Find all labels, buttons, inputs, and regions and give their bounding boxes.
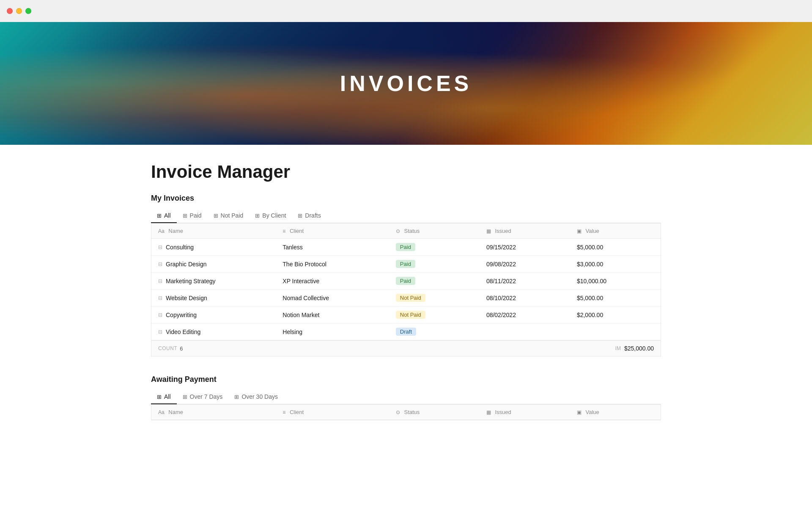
cell-value-2: $10,000.00 [570, 273, 661, 290]
col-value: ▣ Value [570, 224, 661, 239]
col-status: ⊙ Status [389, 224, 480, 239]
count-label: COUNT [158, 345, 177, 351]
cell-issued-3: 08/10/2022 [480, 290, 570, 306]
cell-value-5 [570, 323, 661, 340]
cell-client-3: Nomad Collective [276, 290, 389, 306]
row-icon-0: ⊟ [158, 244, 162, 250]
awaiting-tab-all[interactable]: ⊞ All [151, 390, 177, 404]
status-badge-3: Not Paid [396, 294, 425, 302]
row-icon-4: ⊟ [158, 312, 162, 318]
main-content: Invoice Manager My Invoices ⊞ All ⊞ Paid… [0, 145, 812, 437]
row-icon-1: ⊟ [158, 261, 162, 267]
tab-paid[interactable]: ⊞ Paid [177, 209, 208, 223]
cell-value-1: $3,000.00 [570, 256, 661, 273]
col-status-icon: ⊙ [396, 228, 400, 234]
my-invoices-section-title: My Invoices [151, 194, 661, 203]
table-row[interactable]: ⊟ Consulting Tanless Paid 09/15/2022 $5,… [151, 239, 661, 256]
cell-value-4: $2,000.00 [570, 306, 661, 323]
cell-client-4: Notion Market [276, 306, 389, 323]
maximize-button[interactable] [25, 8, 31, 14]
col-value-icon: ▣ [577, 228, 582, 234]
awaiting-col-status-icon: ⊙ [396, 409, 400, 415]
count-value: 6 [180, 345, 183, 352]
cell-status-4: Not Paid [389, 306, 480, 323]
status-badge-5: Draft [396, 328, 416, 336]
awaiting-tab-over7[interactable]: ⊞ Over 7 Days [177, 390, 229, 404]
close-button[interactable] [7, 8, 13, 14]
tab-drafts-icon: ⊞ [298, 213, 302, 219]
awaiting-col-name-icon: Aa [158, 409, 165, 415]
tab-by-client[interactable]: ⊞ By Client [249, 209, 292, 223]
cell-client-5: Helsing [276, 323, 389, 340]
table-row[interactable]: ⊟ Graphic Design The Bio Protocol Paid 0… [151, 256, 661, 273]
cell-status-3: Not Paid [389, 290, 480, 306]
tab-all-icon: ⊞ [157, 213, 162, 219]
awaiting-col-status: ⊙ Status [389, 405, 480, 420]
awaiting-tab-all-icon: ⊞ [157, 394, 162, 400]
awaiting-payment-section: Awaiting Payment ⊞ All ⊞ Over 7 Days ⊞ O… [151, 375, 661, 420]
awaiting-col-issued-icon: ▦ [486, 409, 491, 415]
cell-client-2: XP Interactive [276, 273, 389, 290]
col-client-icon: ≡ [283, 228, 285, 234]
cell-issued-0: 09/15/2022 [480, 239, 570, 256]
awaiting-col-client: ≡ Client [276, 405, 389, 420]
awaiting-header-row: Aa Name ≡ Client ⊙ Status ▦ [151, 405, 661, 420]
tab-drafts[interactable]: ⊞ Drafts [292, 209, 326, 223]
status-badge-2: Paid [396, 277, 415, 285]
col-name-icon: Aa [158, 228, 165, 234]
hero-banner: INVOICES [0, 22, 812, 145]
cell-name-1: ⊟ Graphic Design [151, 256, 276, 273]
table-footer: COUNT 6 IM $25,000.00 [151, 340, 661, 356]
row-icon-5: ⊟ [158, 329, 162, 335]
tab-not-paid-icon: ⊞ [214, 213, 218, 219]
tab-all[interactable]: ⊞ All [151, 209, 177, 223]
table-row[interactable]: ⊟ Marketing Strategy XP Interactive Paid… [151, 273, 661, 290]
awaiting-payment-title: Awaiting Payment [151, 375, 661, 384]
awaiting-col-issued: ▦ Issued [480, 405, 570, 420]
col-issued-icon: ▦ [486, 228, 491, 234]
cell-value-3: $5,000.00 [570, 290, 661, 306]
cell-issued-4: 08/02/2022 [480, 306, 570, 323]
tab-by-client-icon: ⊞ [255, 213, 260, 219]
awaiting-col-value-icon: ▣ [577, 409, 582, 415]
status-badge-1: Paid [396, 260, 415, 268]
invoices-table: Aa Name ≡ Client ⊙ Status ▦ [151, 223, 661, 356]
cell-name-5: ⊟ Video Editing [151, 323, 276, 340]
cell-name-4: ⊟ Copywriting [151, 306, 276, 323]
total-label: IM [615, 345, 621, 351]
table-row[interactable]: ⊟ Copywriting Notion Market Not Paid 08/… [151, 306, 661, 323]
table-row[interactable]: ⊟ Video Editing Helsing Draft [151, 323, 661, 340]
minimize-button[interactable] [16, 8, 22, 14]
cell-issued-2: 08/11/2022 [480, 273, 570, 290]
col-client: ≡ Client [276, 224, 389, 239]
cell-status-5: Draft [389, 323, 480, 340]
awaiting-col-client-icon: ≡ [283, 409, 285, 415]
cell-value-0: $5,000.00 [570, 239, 661, 256]
awaiting-tab-over30-icon: ⊞ [234, 394, 239, 400]
awaiting-payment-tabs: ⊞ All ⊞ Over 7 Days ⊞ Over 30 Days [151, 390, 661, 404]
tab-paid-icon: ⊞ [183, 213, 187, 219]
title-bar [0, 0, 812, 22]
table-row[interactable]: ⊟ Website Design Nomad Collective Not Pa… [151, 290, 661, 306]
awaiting-tab-over7-icon: ⊞ [183, 394, 187, 400]
cell-issued-1: 09/08/2022 [480, 256, 570, 273]
cell-name-0: ⊟ Consulting [151, 239, 276, 256]
awaiting-tab-over30[interactable]: ⊞ Over 30 Days [228, 390, 284, 404]
table-header-row: Aa Name ≡ Client ⊙ Status ▦ [151, 224, 661, 239]
cell-client-1: The Bio Protocol [276, 256, 389, 273]
cell-name-2: ⊟ Marketing Strategy [151, 273, 276, 290]
row-icon-3: ⊟ [158, 295, 162, 301]
cell-status-1: Paid [389, 256, 480, 273]
total-value: $25,000.00 [624, 345, 654, 352]
my-invoices-tabs: ⊞ All ⊞ Paid ⊞ Not Paid ⊞ By Client ⊞ Dr… [151, 209, 661, 223]
cell-status-2: Paid [389, 273, 480, 290]
status-badge-0: Paid [396, 243, 415, 251]
awaiting-payment-table: Aa Name ≡ Client ⊙ Status ▦ [151, 404, 661, 420]
col-name: Aa Name [151, 224, 276, 239]
status-badge-4: Not Paid [396, 311, 425, 319]
cell-status-0: Paid [389, 239, 480, 256]
page-title: Invoice Manager [151, 162, 661, 182]
my-invoices-section: My Invoices ⊞ All ⊞ Paid ⊞ Not Paid ⊞ By… [151, 194, 661, 356]
awaiting-col-value: ▣ Value [570, 405, 661, 420]
tab-not-paid[interactable]: ⊞ Not Paid [208, 209, 250, 223]
